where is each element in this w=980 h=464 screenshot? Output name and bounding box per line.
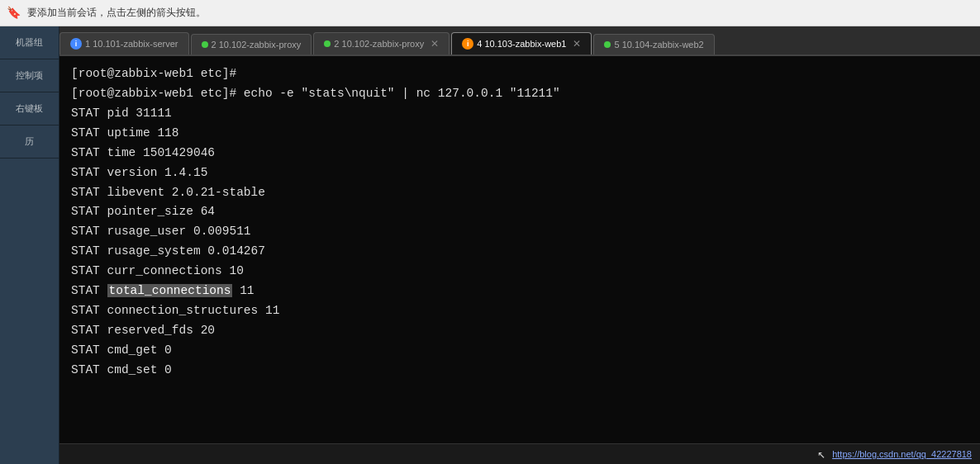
tab-3-close[interactable]: ✕ xyxy=(431,38,439,50)
tab-1-info-icon: i xyxy=(70,38,82,50)
terminal-line-8: STAT rusage_user 0.009511 xyxy=(71,222,968,242)
tab-2[interactable]: 2 10.102-zabbix-proxy xyxy=(191,34,312,54)
terminal-line-7: STAT pointer_size 64 xyxy=(71,202,968,222)
terminal-line-4: STAT time 1501429046 xyxy=(71,144,968,163)
terminal-line-3: STAT uptime 118 xyxy=(71,124,968,144)
terminal-line-10: STAT curr_connections 10 xyxy=(71,262,968,282)
tab-4-info-icon: i xyxy=(462,38,473,50)
terminal-line-15: STAT cmd_set 0 xyxy=(71,361,968,381)
tab-1[interactable]: i 1 10.101-zabbix-server xyxy=(59,32,189,54)
tab-2-label: 2 10.102-zabbix-proxy xyxy=(212,40,302,50)
sidebar-label-history: 历 xyxy=(25,136,34,146)
sidebar-label-rightpanel: 右键板 xyxy=(16,103,43,113)
sidebar-item-rightpanel[interactable]: 右键板 xyxy=(0,92,59,125)
status-link[interactable]: https://blog.csdn.net/qq_42227818 xyxy=(832,449,972,459)
highlight-total-connections: total_connections xyxy=(107,284,233,297)
terminal-line-11: STAT total_connections 11 xyxy=(71,282,968,301)
terminal-line-14: STAT cmd_get 0 xyxy=(71,341,968,361)
terminal-line-2: STAT pid 31111 xyxy=(71,104,968,124)
sidebar-label-control: 控制项 xyxy=(16,70,43,80)
status-bar: ↖ https://blog.csdn.net/qq_42227818 xyxy=(59,443,980,464)
sidebar: 机器组 控制项 右键板 历 xyxy=(0,26,59,464)
tab-5-label: 5 10.104-zabbix-web2 xyxy=(614,40,703,50)
main-layout: 机器组 控制项 右键板 历 i 1 10.101-zabbix-server 2… xyxy=(0,26,980,464)
top-bar-hint: 要添加当前会话，点击左侧的箭头按钮。 xyxy=(27,6,206,20)
terminal-line-1: [root@zabbix-web1 etc]# echo -e "stats\n… xyxy=(71,84,968,104)
terminal-line-6: STAT libevent 2.0.21-stable xyxy=(71,183,968,203)
cursor-icon: ↖ xyxy=(818,446,826,462)
terminal[interactable]: [root@zabbix-web1 etc]# [root@zabbix-web… xyxy=(59,56,980,443)
bookmark-icon: 🔖 xyxy=(7,6,21,20)
sidebar-item-machines[interactable]: 机器组 xyxy=(0,26,59,59)
tab-3-label: 2 10.102-zabbix-proxy xyxy=(334,39,424,49)
tab-1-label: 1 10.101-zabbix-server xyxy=(85,39,178,49)
content-area: i 1 10.101-zabbix-server 2 10.102-zabbix… xyxy=(59,26,980,464)
sidebar-item-control[interactable]: 控制项 xyxy=(0,59,59,92)
tab-4-label: 4 10.103-zabbix-web1 xyxy=(477,39,566,49)
tab-4-close[interactable]: ✕ xyxy=(573,38,581,50)
sidebar-item-history[interactable]: 历 xyxy=(0,125,59,159)
sidebar-label-machines: 机器组 xyxy=(16,37,43,47)
tab-3[interactable]: 2 10.102-zabbix-proxy ✕ xyxy=(313,32,450,54)
terminal-line-13: STAT reserved_fds 20 xyxy=(71,321,968,341)
terminal-line-9: STAT rusage_system 0.014267 xyxy=(71,242,968,262)
tab-5-dot xyxy=(604,41,611,48)
top-bar: 🔖 要添加当前会话，点击左侧的箭头按钮。 xyxy=(0,0,980,26)
terminal-line-12: STAT connection_structures 11 xyxy=(71,301,968,321)
terminal-line-0: [root@zabbix-web1 etc]# xyxy=(71,64,968,84)
tab-4-active[interactable]: i 4 10.103-zabbix-web1 ✕ xyxy=(451,32,592,54)
tab-bar: i 1 10.101-zabbix-server 2 10.102-zabbix… xyxy=(59,26,980,56)
tab-5[interactable]: 5 10.104-zabbix-web2 xyxy=(593,34,714,54)
terminal-line-5: STAT version 1.4.15 xyxy=(71,163,968,183)
tab-2-dot xyxy=(202,41,208,48)
tab-3-dot xyxy=(324,40,331,47)
